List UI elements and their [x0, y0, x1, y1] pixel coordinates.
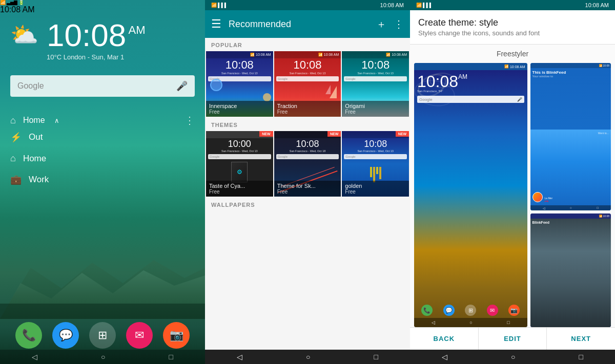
back-nav-3[interactable]: ◁: [442, 353, 447, 361]
weather-date: 10°C London - Sun, Mar 1: [47, 53, 146, 61]
dock-camera[interactable]: 📷: [163, 322, 190, 349]
preview-dock-msg: 💬: [443, 305, 455, 316]
theme-actions: BACK EDIT NEXT: [410, 327, 615, 350]
back-button-1[interactable]: ◁: [32, 353, 37, 361]
main-preview: 📶 10:08 AM 10:08 AM San Francisco, 54°: [414, 63, 527, 327]
out-label: Out: [29, 132, 43, 142]
status-bar-2: 📶 ▌▌▌ 10:08 AM: [205, 0, 410, 10]
back-button-2[interactable]: ◁: [237, 353, 242, 361]
status-time-3: 10:08 AM: [585, 2, 609, 8]
prev-back: ◁: [432, 320, 435, 325]
theme-traction[interactable]: 📶 10:08 AM 10:08 San Francisco - Wed, Oc…: [274, 51, 341, 117]
theme-sk[interactable]: 📶 AM 10:08 San Francisco - Wed, Oct 18 G…: [274, 131, 341, 197]
back-button-3[interactable]: BACK: [410, 328, 479, 350]
create-theme-header: Create theme: style Styles change the ic…: [410, 10, 615, 45]
theme-name-origami: Origami: [345, 103, 406, 109]
next-button[interactable]: NEXT: [547, 328, 615, 350]
new-badge-cya: NEW: [259, 131, 273, 137]
clock-display: 10:08 AM: [47, 19, 146, 51]
preview-status-bar: 📶 10:08 AM: [414, 63, 527, 70]
status-icons-left: 📶 ▃▅▇ 🔋: [0, 0, 205, 5]
section-themes: THEMES: [205, 118, 410, 130]
dock-apps[interactable]: ⊞: [89, 322, 116, 349]
preview-dock-phone: 📞: [421, 305, 433, 316]
theme-price-golden: Free: [345, 189, 406, 195]
theme-preview-area: 📶 10:08 AM 10:08 AM San Francisco, 54°: [410, 63, 615, 327]
section-wallpapers: WALLPAPERS: [205, 198, 410, 210]
wifi-icon-2: 📶: [211, 3, 217, 8]
theme-price-sk: Free: [277, 189, 338, 195]
preview-am: AM: [458, 73, 467, 80]
home-button-2[interactable]: ○: [306, 353, 310, 361]
header-actions: ＋ ⋮: [376, 17, 404, 31]
nav-item-home2[interactable]: ⌂ Home: [10, 148, 195, 169]
edit-button[interactable]: EDIT: [479, 328, 547, 350]
panel-create-theme: 📶 ▌▌▌ 10:08 AM Create theme: style Style…: [410, 0, 615, 364]
create-theme-sub: Styles change the icons, sounds and font: [418, 29, 607, 37]
preview-time: 10:08: [417, 73, 458, 90]
work-icon: 💼: [10, 174, 22, 185]
preview-search-text: Google: [419, 97, 515, 102]
preview-dock: 📞 💬 ⊞ ✉ 📷: [414, 305, 527, 316]
nav-item-work[interactable]: 💼 Work: [10, 169, 195, 190]
theme-name-innerspace: Innerspace: [209, 103, 270, 109]
search-bar[interactable]: Google 🎤: [10, 75, 195, 97]
chevron-icon: ∧: [54, 117, 59, 124]
out-icon: ⚡: [10, 132, 22, 143]
dock-mail[interactable]: ✉: [126, 322, 153, 349]
dock-messages[interactable]: 💬: [52, 322, 79, 349]
blinkfeed-sub: Your window to: [532, 75, 609, 78]
panel-themestore: 📶 ▌▌▌ 10:08 AM ☰ Recommended ＋ ⋮ POPULAR…: [205, 0, 410, 364]
more-icon[interactable]: ⋮: [184, 114, 195, 126]
recents-nav-3[interactable]: □: [579, 353, 583, 361]
work-label: Work: [29, 175, 49, 185]
theme-cya[interactable]: 📶 AM 10:00 San Francisco - Wed, Oct 13 G…: [206, 131, 273, 197]
battery-icon: 🔋: [18, 0, 24, 5]
preview-mic-icon: 🎤: [517, 97, 522, 102]
home-label: Home: [23, 116, 45, 125]
popular-grid: 📶 10:08 AM 10:08 San Francisco - Wed, Oc…: [205, 50, 410, 118]
home-nav-3[interactable]: ○: [511, 353, 515, 361]
mic-icon[interactable]: 🎤: [176, 80, 188, 92]
status-icons-3: 📶 ▌▌▌: [416, 2, 433, 8]
status-time-2: 10:08 AM: [380, 2, 404, 8]
status-bar-3: 📶 ▌▌▌ 10:08 AM: [410, 0, 615, 10]
theme-price-traction: Free: [277, 109, 338, 115]
status-bar-1: 📶 ▃▅▇ 🔋 10:08 AM: [0, 0, 205, 14]
dock-phone[interactable]: 📞: [15, 322, 42, 349]
blinkfeed-preview: 📶 10:08 This is BlinkFeed Your window to…: [530, 63, 611, 210]
preview-dock-mail: ✉: [487, 305, 498, 316]
theme-price-innerspace: Free: [209, 109, 270, 115]
time-info: 10:08 AM 10°C London - Sun, Mar 1: [47, 19, 146, 61]
theme-name-golden: golden: [345, 183, 406, 189]
recents-button-2[interactable]: □: [374, 353, 378, 361]
nav-item-out[interactable]: ⚡ Out: [10, 126, 195, 148]
time-weather-block: ⛅ 10:08 AM 10°C London - Sun, Mar 1: [0, 14, 205, 66]
preview-navbar: ◁ ○ □: [414, 318, 527, 327]
navbar-3: ◁ ○ □: [410, 350, 615, 364]
hamburger-icon[interactable]: ☰: [211, 17, 221, 31]
nav-item-home[interactable]: ⌂ Home ∧ ⋮: [10, 114, 195, 126]
add-icon[interactable]: ＋: [376, 17, 386, 31]
preview-dock-apps: ⊞: [465, 305, 476, 316]
more-icon-2[interactable]: ⋮: [394, 18, 404, 30]
themes-grid: 📶 AM 10:00 San Francisco - Wed, Oct 13 G…: [205, 130, 410, 198]
theme-name-traction: Traction: [277, 103, 338, 109]
preview-dock-cam: 📷: [508, 305, 520, 316]
header-title: Recommended: [229, 19, 369, 30]
home2-label: Home: [23, 154, 46, 164]
style-name-label: Freestyler: [410, 45, 615, 63]
theme-origami[interactable]: 📶 10:08 AM 10:08 San Francisco - Wed, Oc…: [342, 51, 409, 117]
theme-scroll[interactable]: POPULAR 📶 10:08 AM 10:08 San Francisco -…: [205, 38, 410, 350]
home-button-1[interactable]: ○: [101, 353, 105, 361]
theme-golden[interactable]: 📶 AM 10:08 San Francisco - Wed, Oct 13 G…: [342, 131, 409, 197]
theme-name-cya: Taste of Cya...: [209, 183, 270, 189]
mountain-landscape: [0, 258, 205, 319]
recents-button-1[interactable]: □: [169, 353, 173, 361]
create-theme-title: Create theme: style: [418, 17, 607, 28]
theme-innerspace[interactable]: 📶 10:08 AM 10:08 San Francisco - Wed, Oc…: [206, 51, 273, 117]
blinkfeed-title: This is BlinkFeed: [532, 70, 609, 75]
search-label: Google: [17, 81, 172, 91]
navbar-1: ◁ ○ □: [0, 350, 205, 364]
status-time-1: 10:08 AM: [0, 5, 35, 14]
